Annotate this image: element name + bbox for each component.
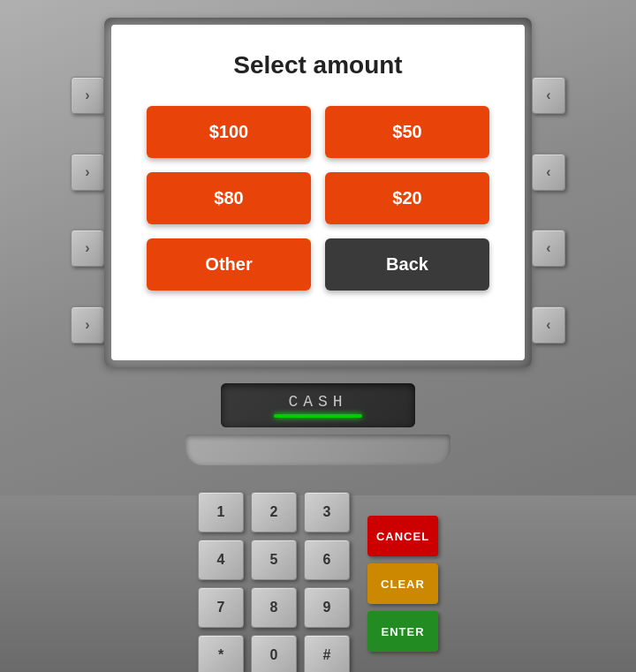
left-arrow-icon-3: ‹: [546, 240, 550, 256]
right-arrow-icon-2: ›: [85, 164, 89, 180]
key-1[interactable]: 1: [198, 492, 244, 532]
key-hash[interactable]: #: [304, 635, 350, 672]
clear-button[interactable]: CLEAR: [367, 563, 438, 604]
screen: Select amount $100 $50 $80 $20 Other Bac…: [111, 25, 525, 360]
key-7[interactable]: 7: [198, 587, 244, 628]
cash-led: [274, 414, 362, 418]
keypad: 1 2 3 4 5 6 7 8 9 * 0 #: [198, 492, 350, 672]
right-side-buttons: ‹ ‹ ‹ ‹: [532, 18, 565, 367]
left-side-btn-2[interactable]: ›: [71, 154, 104, 191]
right-arrow-icon-3: ›: [85, 240, 89, 256]
bottom-area: 1 2 3 4 5 6 7 8 9 * 0 # CANCEL CLEAR ENT…: [0, 495, 636, 672]
key-0[interactable]: 0: [251, 635, 297, 672]
btn-back[interactable]: Back: [325, 238, 489, 291]
amount-grid: $100 $50 $80 $20 Other Back: [147, 106, 489, 291]
screen-frame: Select amount $100 $50 $80 $20 Other Bac…: [104, 18, 532, 367]
key-3[interactable]: 3: [304, 492, 350, 532]
left-arrow-icon-1: ‹: [546, 87, 550, 103]
key-6[interactable]: 6: [304, 540, 350, 580]
left-side-btn-1[interactable]: ›: [71, 77, 104, 114]
screen-container: › › › › Select amount $100 $50 $80 $20 O…: [71, 18, 565, 367]
cancel-button[interactable]: CANCEL: [367, 516, 438, 556]
right-side-btn-2[interactable]: ‹: [532, 154, 565, 191]
key-9[interactable]: 9: [304, 587, 350, 628]
left-arrow-icon-4: ‹: [546, 317, 550, 333]
left-side-buttons: › › › ›: [71, 18, 104, 367]
key-4[interactable]: 4: [198, 540, 244, 580]
cash-display: CASH: [221, 383, 415, 427]
left-arrow-icon-2: ‹: [546, 164, 550, 180]
right-side-btn-4[interactable]: ‹: [532, 306, 565, 344]
atm-body: › › › › Select amount $100 $50 $80 $20 O…: [0, 0, 636, 672]
right-arrow-icon-1: ›: [85, 87, 89, 103]
cash-tray: [186, 434, 450, 465]
btn-100[interactable]: $100: [147, 106, 311, 158]
btn-20[interactable]: $20: [325, 172, 489, 224]
cash-label: CASH: [288, 393, 347, 411]
key-2[interactable]: 2: [251, 492, 297, 532]
key-8[interactable]: 8: [251, 587, 297, 628]
enter-button[interactable]: ENTER: [367, 611, 438, 652]
btn-80[interactable]: $80: [147, 172, 311, 224]
left-side-btn-4[interactable]: ›: [71, 306, 104, 344]
screen-title: Select amount: [233, 51, 402, 79]
btn-other[interactable]: Other: [147, 238, 311, 291]
btn-50[interactable]: $50: [325, 106, 489, 158]
right-arrow-icon-4: ›: [85, 317, 89, 333]
key-star[interactable]: *: [198, 635, 244, 672]
left-side-btn-3[interactable]: ›: [71, 230, 104, 267]
key-5[interactable]: 5: [251, 540, 297, 580]
right-side-btn-3[interactable]: ‹: [532, 230, 565, 267]
right-side-btn-1[interactable]: ‹: [532, 77, 565, 114]
function-keys: CANCEL CLEAR ENTER: [367, 516, 438, 652]
